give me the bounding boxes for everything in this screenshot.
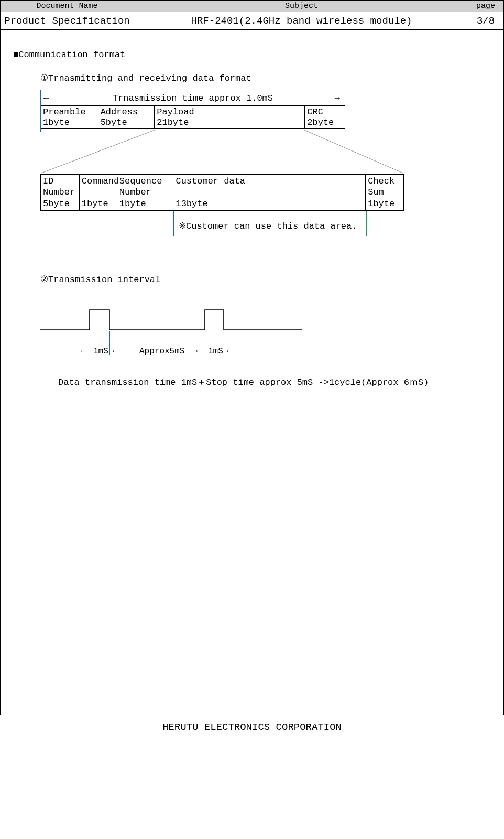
timing-label-approx5ms: Approx5mS	[139, 347, 184, 356]
cell-line: 13byte	[176, 199, 207, 209]
arrow-left-icon: ←	[113, 347, 118, 356]
cell-line: 1byte	[119, 199, 146, 209]
hdr-value-subject: HRF-2401(2.4GHz band wireless module)	[134, 12, 469, 29]
cell-line: Preamble	[43, 107, 86, 117]
hdr-value-page: 3/8	[469, 12, 502, 29]
cycle-description: Data transmission time 1mS＋Stop time app…	[58, 376, 491, 388]
frame-cell-preamble: Preamble 1byte	[41, 106, 98, 128]
timing-label-1ms-b: 1mS	[208, 347, 223, 356]
timing-diagram: → 1mS ← Approx5mS → 1mS ←	[40, 308, 327, 365]
cell-line: ID	[43, 176, 53, 186]
cell-line: 2byte	[307, 117, 334, 127]
arrow-left-icon: ←	[227, 347, 232, 356]
payload-cell-command: Command 1byte	[80, 175, 117, 210]
document-frame: Document Name Subject page Product Speci…	[0, 0, 504, 715]
section-title: ■Communication format	[13, 50, 491, 60]
frame-fields-table: Preamble 1byte Address 5byte Payload 21b…	[40, 105, 345, 129]
timing-label-1ms-a: 1mS	[93, 347, 108, 356]
subsection-1-title: ①Trnasmitting and receiving data format	[40, 72, 491, 83]
cell-line: Sum	[368, 187, 384, 197]
svg-line-0	[41, 130, 155, 173]
cell-line: 1byte	[43, 117, 70, 127]
note-tick-right-icon	[366, 211, 367, 236]
timing-tick-a2-icon	[109, 331, 110, 355]
timing-waveform-icon	[40, 308, 327, 336]
header-labels-row: Document Name Subject page	[1, 1, 503, 12]
cell-line: 5byte	[43, 199, 70, 209]
frame-cell-payload: Payload 21byte	[155, 106, 305, 128]
arrow-right-icon: →	[335, 93, 340, 103]
transmission-time-label: Trnasmission time approx 1.0mS	[113, 93, 273, 103]
cell-line: Customer data	[176, 176, 245, 186]
payload-cell-id: ID Number 5byte	[41, 175, 80, 210]
cell-line: Command	[82, 176, 119, 186]
payload-cell-sequence: Sequence Number 1byte	[117, 175, 174, 210]
arrow-right-icon: →	[77, 347, 82, 356]
cell-line: Number	[119, 187, 151, 197]
timing-tick-b1-icon	[205, 331, 205, 355]
subsection-2-title: ②Transmission interval	[40, 274, 491, 285]
cell-line: CRC	[307, 107, 323, 117]
cell-line: 1byte	[368, 199, 395, 209]
hdr-label-docname: Document Name	[1, 1, 134, 12]
cell-line: Payload	[157, 107, 194, 117]
cell-line: 1byte	[82, 199, 108, 209]
cell-line: Sequence	[119, 176, 162, 186]
frame-cell-crc: CRC 2byte	[305, 106, 345, 128]
cell-line: Address	[101, 107, 138, 117]
document-body: ■Communication format ①Trnasmitting and …	[1, 30, 503, 715]
payload-cell-checksum: Check Sum 1byte	[366, 175, 403, 210]
note-tick-left-icon	[173, 211, 174, 236]
timing-tick-b2-icon	[224, 331, 224, 355]
cell-line: 21byte	[157, 117, 189, 127]
frame-diagram: ← Trnasmission time approx 1.0mS → Pream…	[40, 91, 345, 129]
customer-note-text: ※Customer can use this data area.	[179, 220, 357, 231]
hdr-value-docname: Product Specification	[1, 12, 134, 29]
arrow-right-icon: →	[193, 347, 198, 356]
header-values-row: Product Specification HRF-2401(2.4GHz ba…	[1, 12, 503, 30]
timing-tick-a1-icon	[90, 331, 90, 355]
expansion-lines-icon	[40, 129, 404, 174]
customer-note-row: ※Customer can use this data area.	[40, 211, 404, 237]
hdr-label-page: page	[469, 1, 502, 12]
payload-fields-table: ID Number 5byte Command 1byte Sequence N…	[40, 174, 404, 211]
svg-line-1	[304, 130, 403, 173]
frame-cell-address: Address 5byte	[98, 106, 155, 128]
payload-cell-customer-data: Customer data 13byte	[173, 175, 366, 210]
arrow-left-icon: ←	[43, 93, 49, 103]
hdr-label-subject: Subject	[134, 1, 469, 12]
cell-line: Number	[43, 187, 75, 197]
transmission-time-row: ← Trnasmission time approx 1.0mS →	[40, 91, 345, 105]
footer-company: HERUTU ELECTRONICS CORPORATION	[0, 715, 504, 733]
cell-line: Check	[368, 176, 395, 186]
payload-diagram: ID Number 5byte Command 1byte Sequence N…	[40, 174, 404, 211]
cell-line: 5byte	[101, 117, 127, 127]
